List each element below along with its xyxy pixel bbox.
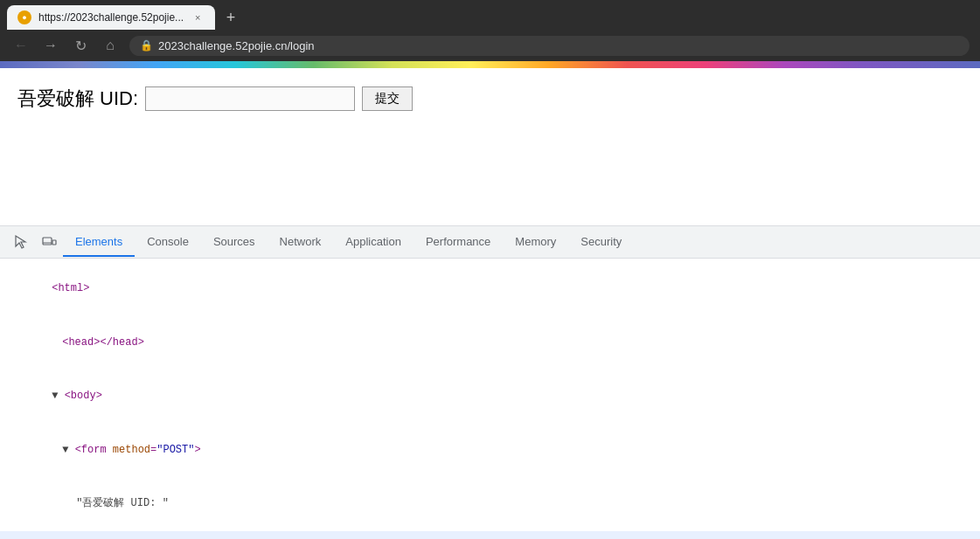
tab-network[interactable]: Network [268, 228, 334, 257]
new-tab-button[interactable]: + [219, 5, 243, 30]
tab-performance[interactable]: Performance [414, 228, 503, 257]
tab-elements[interactable]: Elements [63, 228, 135, 257]
head-line: <head></head> [0, 316, 980, 370]
svg-rect-0 [43, 238, 52, 245]
uid-input[interactable] [145, 86, 355, 111]
uid-label: 吾爱破解 UID: [17, 86, 138, 112]
head-tag: <head></head> [62, 336, 144, 349]
form-arrow: ▼ [62, 444, 74, 456]
tab-memory[interactable]: Memory [503, 228, 568, 257]
home-button[interactable]: ⌂ [100, 35, 121, 56]
lock-icon: 🔒 [140, 39, 153, 52]
html-open-line: <html> [0, 262, 980, 316]
input-uid-line[interactable]: ··· <input type="text" name="uid" disabl… [0, 531, 980, 539]
submit-button[interactable]: 提交 [362, 86, 413, 111]
html-open-tag: <html> [52, 282, 89, 294]
body-open-line: ▼ <body> [0, 370, 980, 424]
tab-sources[interactable]: Sources [201, 228, 268, 257]
body-arrow: ▼ [52, 390, 64, 402]
url-bar[interactable]: 🔒 2023challenge.52pojie.cn/login [129, 36, 970, 56]
back-button[interactable]: ← [10, 35, 31, 56]
page-content: 吾爱破解 UID: 提交 [0, 68, 980, 225]
body-tag: <body> [65, 390, 102, 402]
device-toggle-icon[interactable] [35, 226, 63, 258]
devtools-panel: Elements Console Sources Network Applica… [0, 225, 980, 539]
tab-console[interactable]: Console [135, 228, 201, 257]
tab-application[interactable]: Application [333, 228, 414, 257]
text-node-line: "吾爱破解 UID: " [0, 477, 980, 531]
refresh-button[interactable]: ↻ [70, 35, 91, 56]
form-open-tag: <form [75, 444, 113, 456]
browser-chrome: ● https://2023challenge.52pojie... × + ←… [0, 0, 980, 61]
extension-bar [0, 61, 980, 68]
tab-favicon: ● [17, 10, 31, 24]
elements-panel: <html> <head></head> ▼ <body> ▼ <form me… [0, 259, 980, 539]
text-node: "吾爱破解 UID: " [76, 497, 169, 509]
devtools-tab-bar: Elements Console Sources Network Applica… [0, 226, 980, 259]
tab-security[interactable]: Security [568, 228, 634, 257]
active-tab[interactable]: ● https://2023challenge.52pojie... × [7, 5, 215, 30]
forward-button[interactable]: → [40, 35, 61, 56]
element-picker-icon[interactable] [7, 226, 35, 258]
svg-rect-1 [52, 240, 56, 245]
uid-form: 吾爱破解 UID: 提交 [17, 86, 963, 112]
tab-close-button[interactable]: × [191, 10, 205, 24]
tab-label: https://2023challenge.52pojie... [38, 11, 184, 24]
tab-bar: ● https://2023challenge.52pojie... × + [0, 0, 980, 30]
form-open-line: ▼ <form method="POST"> [0, 424, 980, 478]
address-bar: ← → ↻ ⌂ 🔒 2023challenge.52pojie.cn/login [0, 30, 980, 61]
url-text: 2023challenge.52pojie.cn/login [158, 39, 315, 52]
